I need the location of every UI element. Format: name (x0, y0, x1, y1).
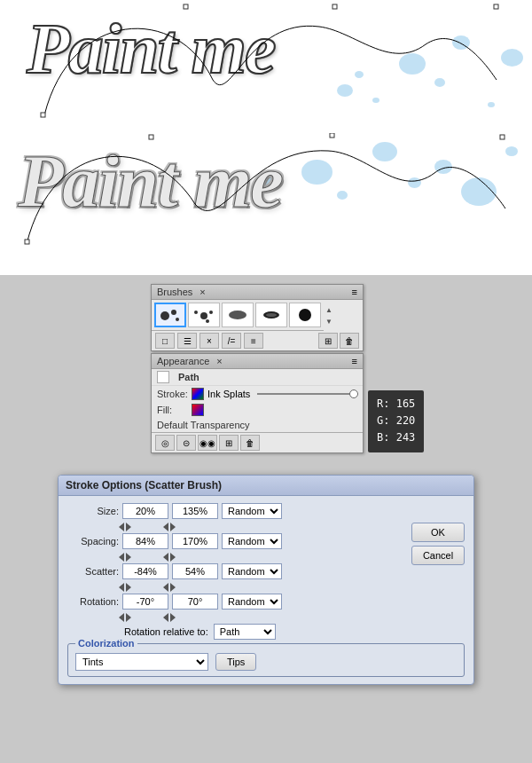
spacing-method-select[interactable]: Random (222, 533, 282, 549)
dialog-body: OK Cancel Size: Random (59, 496, 473, 684)
spacing-max-left-arrow[interactable] (163, 553, 168, 562)
brush-scroll-down[interactable]: ▼ (325, 316, 332, 327)
rotation-max-left-arrow[interactable] (163, 613, 168, 622)
svg-rect-6 (330, 133, 334, 138)
brush-library-btn[interactable]: ≡ (244, 333, 263, 349)
panels-area: Brushes × ≡ (151, 284, 364, 453)
brushes-content: ▲ ▼ (152, 300, 363, 331)
app-tool-5[interactable]: 🗑 (240, 435, 260, 451)
spacing-min-input[interactable] (122, 533, 168, 549)
brush-extra-2[interactable]: 🗑 (340, 333, 359, 349)
spacing-row: Spacing: Random (67, 533, 465, 549)
appearance-panel: Appearance × ≡ Path Stroke: Ink Splats F… (151, 353, 364, 453)
rotation-min-input[interactable] (122, 594, 168, 610)
rotation-max-input[interactable] (172, 594, 218, 610)
splatter-1 (337, 84, 353, 97)
brushes-close[interactable]: × (200, 287, 205, 297)
app-tool-4[interactable]: ⊞ (219, 435, 239, 451)
stroke-slider-thumb[interactable] (349, 389, 358, 398)
splatter-3 (372, 98, 379, 103)
brush-select-btn[interactable]: /= (222, 333, 241, 349)
brush-icon-3 (225, 305, 250, 325)
stroke-name: Ink Splats (207, 389, 250, 399)
scatter-min-right-arrow[interactable] (126, 583, 131, 592)
appearance-close[interactable]: × (216, 356, 222, 366)
size-min-input[interactable] (122, 503, 168, 519)
appearance-stroke-row[interactable]: Stroke: Ink Splats (152, 386, 363, 402)
splatter-7 (488, 102, 495, 107)
fill-label: Fill: (157, 405, 188, 415)
stroke-options-dialog: Stroke Options (Scatter Brush) OK Cancel… (58, 475, 474, 685)
size-row: Size: Random (67, 503, 465, 519)
appearance-titlebar: Appearance × ≡ (152, 354, 363, 369)
splatter-16 (505, 146, 518, 156)
tints-select[interactable]: Tints (75, 653, 208, 671)
svg-point-18 (299, 309, 311, 321)
delete-brush-btn[interactable]: × (200, 333, 219, 349)
scatter-method-select[interactable]: Random (222, 563, 282, 579)
brush-icon-4 (259, 305, 284, 325)
cancel-button[interactable]: Cancel (411, 546, 465, 565)
rotation-method-select[interactable]: Random (222, 594, 282, 610)
brush-extra-1[interactable]: ⊞ (318, 333, 338, 349)
rotation-min-right-arrow[interactable] (126, 613, 131, 622)
fill-color-swatch[interactable] (192, 404, 204, 416)
stroke-color-swatch[interactable] (192, 388, 204, 400)
dialog-title: Stroke Options (Scatter Brush) (66, 479, 222, 492)
brush-icon-1 (158, 305, 183, 325)
appearance-title: Appearance × (157, 356, 223, 366)
rotation-min-left-arrow[interactable] (119, 613, 124, 622)
dialog-titlebar: Stroke Options (Scatter Brush) (59, 476, 473, 496)
size-min-right-arrow[interactable] (126, 523, 131, 531)
size-min-arrows (119, 523, 131, 531)
spacing-max-right-arrow[interactable] (170, 553, 176, 562)
scatter-min-left-arrow[interactable] (119, 583, 124, 592)
brush-swatch-3[interactable] (222, 303, 254, 327)
brush-swatch-4[interactable] (255, 303, 287, 327)
brush-options-btn[interactable]: ☰ (177, 333, 197, 349)
rgb-g-value: G: 220 (377, 413, 415, 429)
scatter-min-input[interactable] (122, 563, 168, 579)
spacing-max-input[interactable] (172, 533, 218, 549)
spacing-min-right-arrow[interactable] (126, 553, 131, 562)
size-method-select[interactable]: Random (222, 503, 282, 519)
brush-swatch-1[interactable] (154, 303, 186, 327)
scatter-max-right-arrow[interactable] (170, 583, 176, 592)
size-max-input[interactable] (172, 503, 218, 519)
size-max-right-arrow[interactable] (170, 523, 176, 531)
scatter-max-arrows (163, 583, 176, 592)
appearance-toolbar: ◎ ⊝ ◉◉ ⊞ 🗑 (152, 432, 363, 452)
splatter-6 (452, 35, 470, 50)
svg-point-10 (176, 318, 179, 321)
scatter-min-arrows (119, 583, 131, 592)
scatter-max-left-arrow[interactable] (163, 583, 168, 592)
ok-button[interactable]: OK (411, 523, 465, 542)
brush-swatch-2[interactable] (188, 303, 220, 327)
stroke-slider[interactable] (257, 393, 354, 395)
appearance-fill-row: Fill: (152, 402, 363, 418)
size-min-left-arrow[interactable] (119, 523, 124, 531)
size-max-left-arrow[interactable] (163, 523, 168, 531)
rgb-r-value: R: 165 (377, 396, 415, 413)
spacing-min-left-arrow[interactable] (119, 553, 124, 562)
app-tool-3[interactable]: ◉◉ (198, 435, 217, 451)
appearance-menu-btn[interactable]: ≡ (352, 356, 357, 366)
splatter-8 (501, 49, 523, 67)
rotation-relative-label: Rotation relative to: (124, 626, 208, 637)
rotation-relative-select[interactable]: Path (214, 624, 276, 640)
tips-button[interactable]: Tips (215, 653, 256, 671)
svg-rect-1 (41, 113, 45, 117)
rotation-max-right-arrow[interactable] (170, 613, 176, 622)
tips-label: Tips (227, 657, 245, 667)
brush-swatch-5[interactable] (289, 303, 321, 327)
size-label: Size: (67, 506, 119, 516)
scatter-max-input[interactable] (172, 563, 218, 579)
brush-scroll-up[interactable]: ▲ (325, 304, 332, 316)
app-tool-2[interactable]: ⊝ (176, 435, 196, 451)
splatter-4 (399, 53, 426, 75)
svg-rect-3 (494, 4, 498, 9)
new-brush-btn[interactable]: □ (155, 333, 175, 349)
svg-point-12 (200, 312, 207, 319)
app-tool-1[interactable]: ◎ (155, 435, 175, 451)
brushes-menu-btn[interactable]: ≡ (352, 287, 357, 297)
